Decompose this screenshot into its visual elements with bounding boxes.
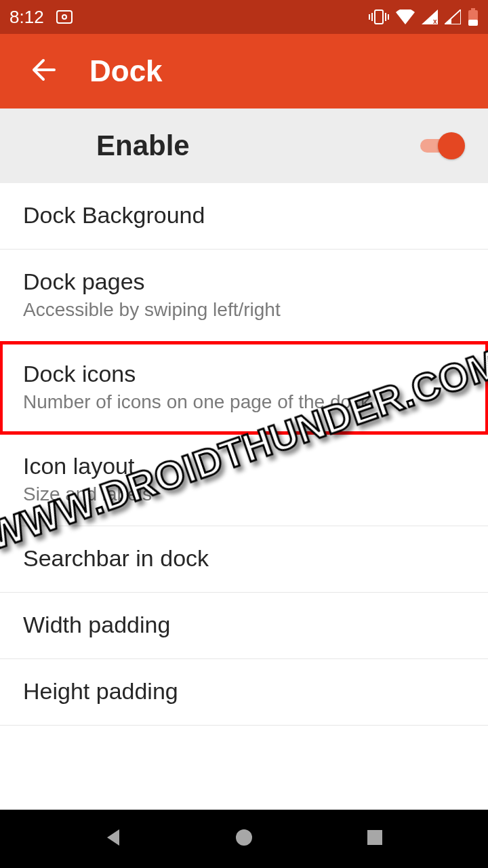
settings-item-height-padding[interactable]: Height padding: [0, 659, 488, 726]
triangle-back-icon: [103, 827, 123, 850]
settings-list: Dock BackgroundDock pagesAccessible by s…: [0, 183, 488, 726]
settings-item-icon-layout[interactable]: Icon layoutSize and labels: [0, 434, 488, 526]
settings-item-dock-background[interactable]: Dock Background: [0, 183, 488, 250]
navigation-bar: [0, 810, 488, 868]
item-subtitle: Number of icons on one page of the dock: [23, 391, 468, 413]
settings-item-dock-icons[interactable]: Dock iconsNumber of icons on one page of…: [0, 342, 488, 434]
svg-point-1: [62, 15, 66, 19]
svg-text:x: x: [456, 18, 460, 24]
item-subtitle: Size and labels: [23, 484, 468, 505]
enable-toggle[interactable]: [418, 135, 464, 157]
circle-home-icon: [234, 827, 254, 850]
item-title: Searchbar in dock: [23, 545, 468, 572]
battery-icon: [468, 8, 479, 26]
status-time: 8:12: [9, 7, 44, 28]
svg-text:x: x: [433, 18, 437, 24]
svg-rect-0: [57, 11, 72, 23]
svg-rect-7: [468, 20, 478, 26]
enable-row[interactable]: Enable: [0, 108, 488, 183]
settings-item-searchbar-in-dock[interactable]: Searchbar in dock: [0, 526, 488, 593]
signal-2-icon: x: [445, 9, 461, 24]
page-title: Dock: [89, 54, 163, 88]
svg-rect-9: [367, 830, 382, 845]
settings-item-dock-pages[interactable]: Dock pagesAccessible by swiping left/rig…: [0, 250, 488, 342]
svg-rect-2: [375, 10, 383, 24]
item-subtitle: Accessible by swiping left/right: [23, 299, 468, 321]
app-bar: Dock: [0, 34, 488, 108]
item-title: Height padding: [23, 678, 468, 705]
settings-item-width-padding[interactable]: Width padding: [0, 593, 488, 659]
item-title: Width padding: [23, 612, 468, 638]
item-title: Dock Background: [23, 202, 468, 229]
arrow-back-icon: [27, 55, 57, 87]
nav-home-button[interactable]: [224, 818, 264, 859]
svg-point-8: [236, 829, 252, 846]
square-recent-icon: [365, 828, 384, 850]
wifi-icon: [396, 9, 415, 24]
item-title: Dock icons: [23, 361, 468, 387]
signal-1-icon: x: [422, 9, 438, 24]
svg-rect-5: [471, 8, 475, 10]
nav-back-button[interactable]: [93, 818, 134, 859]
item-title: Dock pages: [23, 269, 468, 295]
camera-icon: [56, 10, 73, 24]
item-title: Icon layout: [23, 453, 468, 479]
vibrate-icon: [369, 9, 389, 24]
enable-label: Enable: [96, 130, 190, 162]
nav-recent-button[interactable]: [354, 818, 395, 859]
back-button[interactable]: [23, 52, 61, 90]
status-bar: 8:12 x x: [0, 0, 488, 34]
